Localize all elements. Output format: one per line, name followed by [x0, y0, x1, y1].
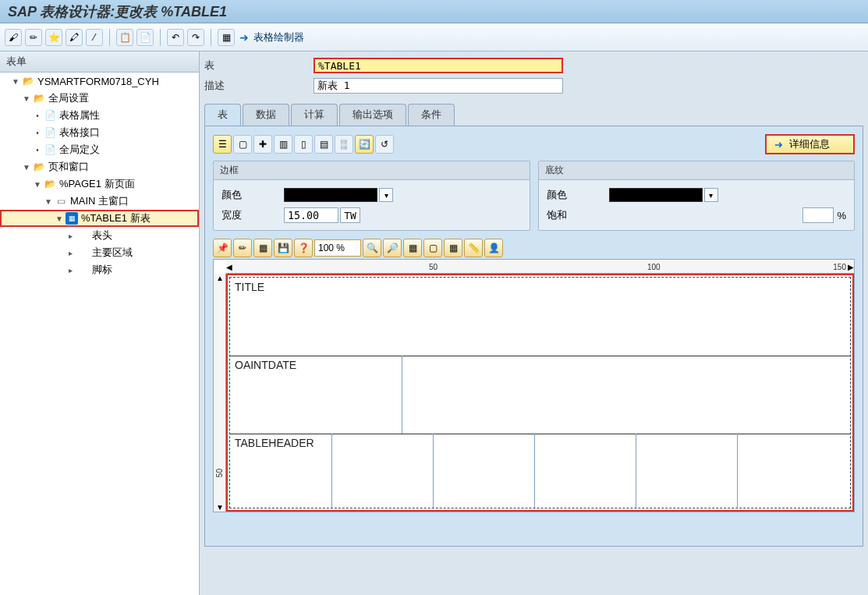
grid2-icon[interactable]: ▦: [444, 239, 462, 257]
zoom-value[interactable]: 100 %: [314, 239, 361, 257]
tool-layout-icon[interactable]: ▦: [218, 29, 235, 46]
tree-toggle-icon[interactable]: ▼: [55, 214, 64, 223]
border-color-picker-icon[interactable]: ▾: [379, 188, 393, 202]
col-divider: [331, 434, 332, 508]
pattern-btn-3-icon[interactable]: ✚: [253, 135, 272, 154]
ruler-tick: 50: [215, 469, 224, 477]
tab[interactable]: 输出选项: [339, 104, 406, 126]
tree-item[interactable]: •📄表格接口: [0, 124, 199, 141]
ruler-tick: 100: [647, 263, 661, 271]
tree-item[interactable]: •📄全局定义: [0, 141, 199, 158]
tree-toggle-icon[interactable]: ▼: [11, 77, 20, 86]
tree-item[interactable]: ▼▦%TABLE1 新表: [0, 210, 199, 227]
tool-brush-icon[interactable]: 🖍: [66, 29, 83, 46]
tree-node-icon: 📄: [44, 126, 56, 139]
table-editor[interactable]: ◀ 50 100 150 ▶ ▲ 50 ▼: [213, 259, 855, 512]
tab[interactable]: 数据: [243, 104, 289, 126]
col-divider: [433, 434, 434, 508]
tree-node-label: %PAGE1 新页面: [59, 177, 135, 191]
tab[interactable]: 条件: [408, 104, 455, 126]
table-painter-label[interactable]: 表格绘制器: [253, 30, 304, 44]
tool-test-icon[interactable]: ⭐: [45, 29, 62, 46]
tool-slash-icon[interactable]: ∕: [86, 29, 103, 46]
tree-item[interactable]: ▼📂页和窗口: [0, 158, 199, 175]
pattern-btn-4-icon[interactable]: ▥: [274, 135, 292, 154]
tree-item[interactable]: ▸脚标: [0, 261, 199, 278]
select-icon[interactable]: ▦: [403, 239, 422, 257]
tree-node-icon: 📂: [33, 161, 45, 173]
table-name-input[interactable]: [314, 58, 563, 73]
measure-icon[interactable]: 📏: [464, 239, 483, 257]
help-icon[interactable]: ❓: [294, 239, 313, 257]
tree-item[interactable]: ▸表头: [0, 227, 199, 244]
tree-node-label: 页和窗口: [48, 160, 89, 174]
tree-item[interactable]: •📄表格属性: [0, 107, 199, 124]
refresh-icon[interactable]: 🔄: [355, 135, 374, 154]
pattern-btn-2-icon[interactable]: ▢: [233, 135, 252, 154]
tree-item[interactable]: ▼▭MAIN 主窗口: [0, 193, 199, 210]
tab-strip: 表数据计算输出选项条件: [204, 104, 863, 126]
description-input[interactable]: [314, 78, 563, 94]
tab[interactable]: 表: [204, 104, 241, 126]
tool-paste-icon[interactable]: 📄: [136, 29, 154, 46]
tree-item[interactable]: ▼📂全局设置: [0, 90, 199, 107]
tree-toggle-icon[interactable]: ▼: [22, 94, 31, 103]
arrow-left-icon: ◀: [226, 263, 232, 271]
group-row: 边框 颜色 ▾ 宽度 TW: [213, 161, 855, 231]
tree-toggle-icon[interactable]: ▼: [44, 197, 53, 206]
tool-copy-icon[interactable]: 📋: [116, 29, 133, 46]
tree-node-label: 表格属性: [59, 108, 100, 122]
pin-icon[interactable]: 📌: [213, 239, 232, 257]
tree-toggle-icon[interactable]: •: [33, 112, 42, 120]
pattern-btn-5-icon[interactable]: ▯: [294, 135, 313, 154]
shading-color-swatch[interactable]: [609, 188, 703, 202]
tree-node-label: %TABLE1 新表: [81, 211, 151, 225]
undo-icon[interactable]: ↺: [375, 135, 394, 154]
tree-item[interactable]: ▼📂%PAGE1 新页面: [0, 175, 199, 193]
tree-item[interactable]: ▸主要区域: [0, 244, 199, 261]
tree-toggle-icon[interactable]: ▸: [66, 249, 75, 257]
left-panel: 表单 ▼📂YSMARTFORM0718_CYH▼📂全局设置•📄表格属性•📄表格接…: [0, 51, 200, 595]
tree-node-label: 脚标: [92, 263, 112, 277]
pattern-btn-7-icon[interactable]: ░: [335, 135, 353, 154]
shading-sat-input[interactable]: [802, 207, 834, 223]
user-icon[interactable]: 👤: [484, 239, 503, 257]
tree-toggle-icon[interactable]: •: [33, 129, 42, 137]
border-width-label: 宽度: [221, 208, 284, 222]
grid-icon[interactable]: ▦: [253, 239, 272, 257]
col-divider: [636, 434, 636, 508]
tool-undo-icon[interactable]: ↶: [167, 29, 184, 46]
row-divider: [230, 356, 850, 356]
tree-node-icon: ▭: [55, 195, 67, 207]
tool-check-icon[interactable]: ✏: [25, 29, 42, 46]
border-color-label: 颜色: [221, 188, 284, 202]
col-divider: [402, 356, 402, 434]
zoom-out-icon[interactable]: 🔎: [383, 239, 402, 257]
tree-node-label: MAIN 主窗口: [70, 194, 129, 208]
pen-icon[interactable]: ✏: [233, 239, 252, 257]
tab[interactable]: 计算: [291, 104, 338, 126]
tree-toggle-icon[interactable]: ▸: [66, 266, 75, 274]
separator: [211, 29, 211, 46]
zoom-in-icon[interactable]: 🔍: [363, 239, 381, 257]
tree-node-icon: 📄: [44, 143, 56, 156]
border-color-swatch[interactable]: [284, 188, 377, 202]
shading-color-picker-icon[interactable]: ▾: [704, 188, 718, 202]
col-divider: [534, 434, 535, 508]
tool-redo-icon[interactable]: ↷: [187, 29, 204, 46]
tool-activate-icon[interactable]: 🖌: [5, 29, 22, 46]
pattern-btn-1-icon[interactable]: ☰: [213, 135, 232, 154]
save-icon[interactable]: 💾: [274, 239, 292, 257]
tree-item[interactable]: ▼📂YSMARTFORM0718_CYH: [0, 73, 199, 90]
tree-toggle-icon[interactable]: •: [33, 146, 42, 154]
tree-toggle-icon[interactable]: ▼: [33, 180, 42, 189]
tree-toggle-icon[interactable]: ▼: [22, 163, 31, 172]
border-width-unit[interactable]: TW: [340, 207, 360, 223]
details-button[interactable]: ➜ 详细信息: [765, 134, 855, 154]
canvas[interactable]: TITLE OAINTDATE TABLEHEADER: [226, 274, 854, 512]
tree-toggle-icon[interactable]: ▸: [66, 232, 75, 240]
pattern-btn-6-icon[interactable]: ▤: [314, 135, 333, 154]
border-width-input[interactable]: [284, 207, 338, 223]
grid1-icon[interactable]: ▢: [423, 239, 442, 257]
nav-tree[interactable]: ▼📂YSMARTFORM0718_CYH▼📂全局设置•📄表格属性•📄表格接口•📄…: [0, 73, 199, 595]
